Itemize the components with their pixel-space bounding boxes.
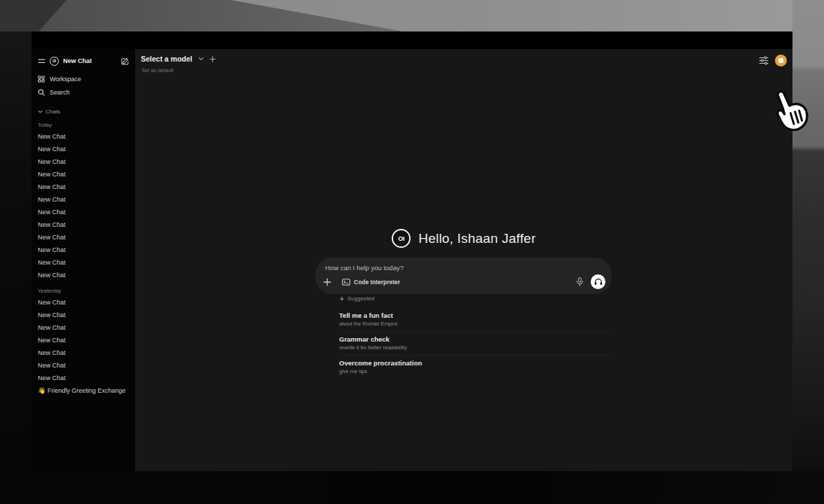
app-logo-large: OI [392,229,411,248]
add-model-icon[interactable] [210,56,216,62]
desktop-background-left [0,31,32,504]
main-area: Select a model Set as default [135,49,792,471]
attach-plus-icon[interactable] [323,278,331,286]
chat-list-item[interactable]: New Chat [32,372,135,384]
composer-toolbar: Code Interpreter [323,274,605,289]
sidebar-item-label: Search [50,89,70,96]
chat-list-item[interactable]: New Chat [32,143,135,155]
chats-section-toggle[interactable]: Chats [32,107,135,115]
screen: OI New Chat Workspace [0,0,824,504]
chat-list-item[interactable]: New Chat [32,359,135,372]
greeting-text: Hello, Ishaan Jaffer [418,231,535,246]
suggested-item[interactable]: Grammar checkrewrite it for better reada… [339,331,612,355]
chat-list-item-named[interactable]: 👋 Friendly Greeting Exchange [32,384,135,397]
suggested-header: Suggested [339,295,612,302]
chat-list-item[interactable]: New Chat [32,168,135,181]
chat-group-label: Yesterday [32,288,135,294]
header-controls [759,55,787,66]
chat-list-item[interactable]: New Chat [32,181,135,193]
chevron-down-icon [38,110,43,113]
model-selector[interactable]: Select a model [141,55,216,63]
headphones-icon [594,278,603,286]
background-shape [0,0,420,31]
avatar-glyph [778,58,783,63]
sidebar-title: New Chat [63,57,117,64]
window-top-bar [32,31,792,49]
suggested-item[interactable]: Overcome procrastinationgive me tips [339,355,612,379]
suggested-item-subtitle: about the Roman Empire [339,321,612,327]
sparkle-icon [339,296,345,302]
suggested-section: Suggested Tell me a fun factabout the Ro… [339,295,612,379]
sidebar: OI New Chat Workspace [32,49,135,471]
suggested-item-title: Grammar check [339,335,612,343]
chat-list-item[interactable]: New Chat [32,244,135,256]
chat-group-label: Today [32,122,135,128]
sliders-icon[interactable] [759,56,769,65]
chat-list-item[interactable]: New Chat [32,296,135,309]
search-icon [38,89,45,96]
workspace-icon [38,76,45,83]
app-window: OI New Chat Workspace [32,31,792,471]
app-logo-text: OI [398,235,404,242]
suggested-item-subtitle: rewrite it for better readability [339,344,612,351]
code-interpreter-toggle[interactable]: Code Interpreter [342,279,400,286]
terminal-icon [342,279,350,286]
chat-list-item[interactable]: New Chat [32,130,135,143]
desktop-background-bottom [0,471,824,504]
chat-list-item[interactable]: New Chat [32,231,135,244]
suggested-item-title: Overcome procrastination [339,359,612,367]
chat-groups: TodayNew ChatNew ChatNew ChatNew ChatNew… [32,122,135,384]
desktop-background-right [792,0,824,504]
sidebar-toggle-icon[interactable] [38,58,46,64]
chat-list-item[interactable]: New Chat [32,206,135,218]
chat-list-item[interactable]: New Chat [32,269,135,281]
chat-list-item[interactable]: New Chat [32,309,135,321]
set-default-link[interactable]: Set as default [142,67,174,74]
chevron-down-icon [198,57,204,61]
desktop-background-top [0,0,824,31]
suggested-list: Tell me a fun factabout the Roman Empire… [339,308,612,379]
app-logo-text: OI [53,59,55,63]
suggested-item-subtitle: give me tips [339,368,612,374]
chats-section-label: Chats [46,108,60,115]
new-chat-icon[interactable] [121,57,129,65]
message-composer[interactable]: How can I help you today? Code Interpret… [315,258,612,294]
chat-list-item[interactable]: New Chat [32,155,135,168]
sidebar-item-workspace[interactable]: Workspace [32,72,135,85]
sidebar-item-label: Workspace [50,76,81,83]
chat-list-item[interactable]: New Chat [32,256,135,269]
chat-list-item[interactable]: New Chat [32,346,135,359]
chat-list-item[interactable]: New Chat [32,321,135,334]
user-avatar[interactable] [775,55,787,66]
suggested-item[interactable]: Tell me a fun factabout the Roman Empire [339,308,612,331]
chat-list-item[interactable]: New Chat [32,218,135,231]
chat-list-item[interactable]: New Chat [32,334,135,346]
sidebar-nav: Workspace Search [32,72,135,99]
sidebar-header: OI New Chat [32,55,135,67]
suggested-label: Suggested [348,295,375,302]
model-selector-label: Select a model [141,55,193,63]
code-interpreter-label: Code Interpreter [354,279,400,286]
app-logo: OI [50,57,59,66]
mic-icon[interactable] [576,277,584,286]
suggested-item-title: Tell me a fun fact [339,312,612,319]
chat-list-item[interactable]: New Chat [32,193,135,206]
voice-call-button[interactable] [591,274,605,289]
sidebar-item-search[interactable]: Search [32,85,135,99]
composer-placeholder: How can I help you today? [325,264,404,272]
greeting: OI Hello, Ishaan Jaffer [135,229,792,248]
